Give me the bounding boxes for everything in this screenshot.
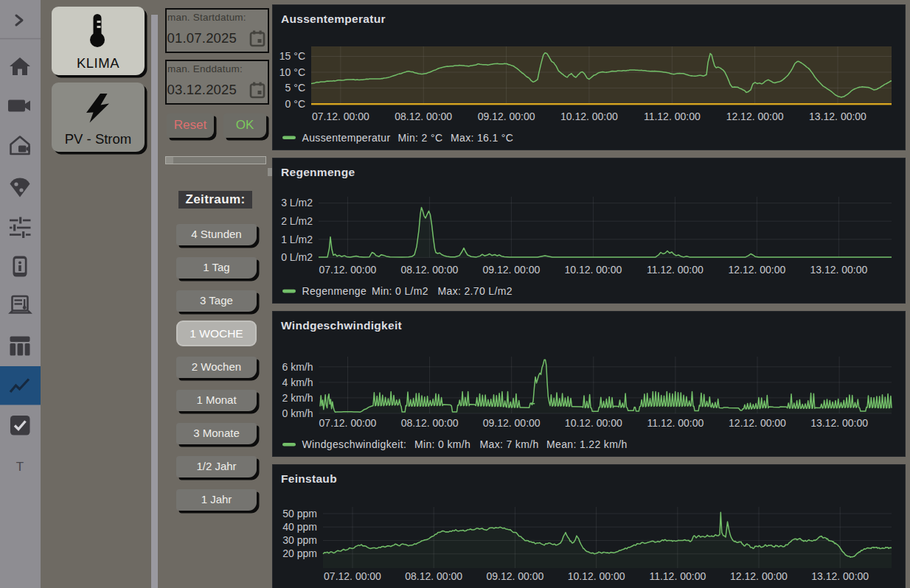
svg-text:13.12. 00:00: 13.12. 00:00 <box>809 111 866 122</box>
svg-text:0 km/h: 0 km/h <box>282 407 313 419</box>
svg-text:T: T <box>16 460 24 474</box>
svg-text:2 km/h: 2 km/h <box>282 392 313 404</box>
svg-text:08.12. 00:00: 08.12. 00:00 <box>401 417 459 429</box>
svg-text:13.12. 00:00: 13.12. 00:00 <box>810 417 868 429</box>
svg-text:Max: 2.70 L/m2: Max: 2.70 L/m2 <box>438 285 513 297</box>
svg-text:07.12. 00:00: 07.12. 00:00 <box>319 417 377 429</box>
svg-text:08.12. 00:00: 08.12. 00:00 <box>395 111 452 122</box>
svg-text:13.12. 00:00: 13.12. 00:00 <box>811 570 869 582</box>
svg-text:08.12. 00:00: 08.12. 00:00 <box>400 264 458 276</box>
svg-text:07.12. 00:00: 07.12. 00:00 <box>319 264 376 276</box>
svg-text:0 °C: 0 °C <box>285 98 305 110</box>
svg-text:Mean: 1.22 km/h: Mean: 1.22 km/h <box>546 438 628 450</box>
svg-text:10.12. 00:00: 10.12. 00:00 <box>568 570 625 582</box>
svg-text:2 L/m2: 2 L/m2 <box>281 215 313 227</box>
svg-text:11.12. 00:00: 11.12. 00:00 <box>644 111 701 122</box>
svg-text:10 °C: 10 °C <box>279 66 305 78</box>
svg-text:09.12. 00:00: 09.12. 00:00 <box>478 111 535 122</box>
svg-text:12.12. 00:00: 12.12. 00:00 <box>726 111 784 122</box>
svg-text:3 L/m2: 3 L/m2 <box>281 197 313 209</box>
svg-text:0 L/m2: 0 L/m2 <box>281 251 313 263</box>
svg-text:40 ppm: 40 ppm <box>282 521 317 533</box>
svg-text:11.12. 00:00: 11.12. 00:00 <box>649 570 706 582</box>
svg-text:07.12. 00:00: 07.12. 00:00 <box>324 570 381 582</box>
svg-text:1 L/m2: 1 L/m2 <box>281 234 313 245</box>
svg-text:Max: 7 km/h: Max: 7 km/h <box>480 438 539 450</box>
svg-text:11.12. 00:00: 11.12. 00:00 <box>647 264 704 276</box>
svg-text:15 °C: 15 °C <box>279 50 305 62</box>
svg-text:07.12. 00:00: 07.12. 00:00 <box>312 111 369 122</box>
svg-text:11.12. 00:00: 11.12. 00:00 <box>647 417 704 429</box>
svg-text:30 ppm: 30 ppm <box>282 534 317 546</box>
svg-text:5 °C: 5 °C <box>285 82 305 94</box>
svg-text:13.12. 00:00: 13.12. 00:00 <box>810 264 867 276</box>
svg-text:6 km/h: 6 km/h <box>282 361 313 373</box>
svg-text:12.12. 00:00: 12.12. 00:00 <box>729 417 786 429</box>
svg-text:20 ppm: 20 ppm <box>282 547 317 559</box>
svg-text:10.12. 00:00: 10.12. 00:00 <box>564 264 622 276</box>
svg-text:12.12. 00:00: 12.12. 00:00 <box>728 264 785 276</box>
svg-text:50 ppm: 50 ppm <box>282 508 317 519</box>
svg-text:12.12. 00:00: 12.12. 00:00 <box>730 570 788 582</box>
svg-text:Max: 16.1 °C: Max: 16.1 °C <box>451 132 513 144</box>
svg-text:10.12. 00:00: 10.12. 00:00 <box>560 111 618 122</box>
svg-text:Aussentemperatur: Aussentemperatur <box>302 132 391 144</box>
svg-text:Min: 2 °C: Min: 2 °C <box>398 132 443 144</box>
svg-text:09.12. 00:00: 09.12. 00:00 <box>486 570 543 582</box>
svg-text:09.12. 00:00: 09.12. 00:00 <box>482 264 540 276</box>
svg-text:Windgeschwindigkeit:: Windgeschwindigkeit: <box>302 438 407 450</box>
svg-text:Min: 0 L/m2: Min: 0 L/m2 <box>372 285 428 297</box>
svg-text:Regenmenge: Regenmenge <box>302 285 367 297</box>
svg-text:Min: 0 km/h: Min: 0 km/h <box>414 438 470 450</box>
svg-text:08.12. 00:00: 08.12. 00:00 <box>405 570 462 582</box>
svg-text:4 km/h: 4 km/h <box>282 377 313 388</box>
svg-text:10.12. 00:00: 10.12. 00:00 <box>565 417 622 429</box>
svg-text:09.12. 00:00: 09.12. 00:00 <box>483 417 541 429</box>
